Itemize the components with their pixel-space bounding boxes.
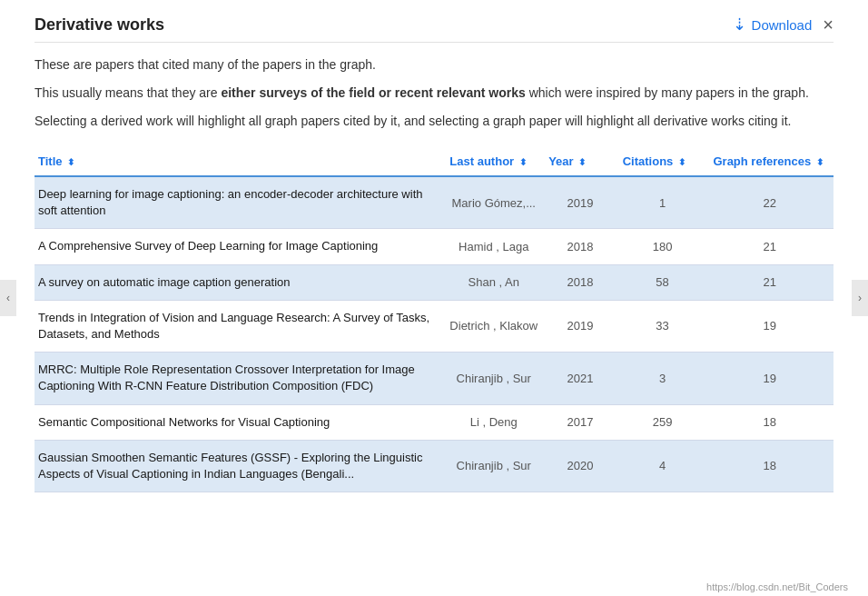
desc2-suffix: which were inspired by many papers in th… bbox=[526, 85, 809, 100]
col-header-last-author[interactable]: Last author ⬍ bbox=[446, 147, 545, 176]
cell-citations: 259 bbox=[619, 404, 710, 440]
main-panel: Derivative works ⇣ Download × These are … bbox=[16, 0, 852, 507]
cell-last-author: Chiranjib , Sur bbox=[446, 440, 545, 492]
cell-graph: 21 bbox=[709, 229, 833, 264]
cell-last-author: Dietrich , Klakow bbox=[446, 300, 545, 352]
cell-graph: 22 bbox=[709, 176, 833, 229]
papers-table: Title ⬍ Last author ⬍ Year ⬍ Citations ⬍ bbox=[35, 147, 833, 492]
desc2-bold: either surveys of the field or recent re… bbox=[221, 85, 525, 100]
watermark: https://blog.csdn.net/Bit_Coders bbox=[706, 581, 848, 592]
cell-year: 2018 bbox=[545, 264, 619, 300]
cell-year: 2019 bbox=[545, 300, 619, 352]
panel-title: Derivative works bbox=[35, 15, 164, 35]
cell-title: A Comprehensive Survey of Deep Learning … bbox=[35, 229, 446, 264]
header-row: Derivative works ⇣ Download × bbox=[35, 15, 833, 43]
cell-citations: 3 bbox=[619, 353, 710, 404]
cell-year: 2019 bbox=[545, 176, 619, 229]
description-1: These are papers that cited many of the … bbox=[35, 55, 833, 74]
cell-graph: 19 bbox=[709, 300, 833, 352]
table-row[interactable]: A survey on automatic image caption gene… bbox=[35, 264, 833, 300]
col-last-author-label: Last author bbox=[449, 154, 514, 168]
cell-last-author: Chiranjib , Sur bbox=[446, 353, 545, 404]
cell-last-author: Li , Deng bbox=[446, 404, 545, 440]
cell-title: Gaussian Smoothen Semantic Features (GSS… bbox=[35, 440, 446, 492]
cell-year: 2018 bbox=[545, 229, 619, 264]
cell-citations: 4 bbox=[619, 440, 710, 492]
cell-title: Deep learning for image captioning: an e… bbox=[35, 176, 446, 229]
download-icon: ⇣ bbox=[733, 15, 746, 35]
nav-arrow-right[interactable]: › bbox=[852, 280, 868, 316]
cell-citations: 1 bbox=[619, 176, 710, 229]
col-header-title[interactable]: Title ⬍ bbox=[35, 147, 446, 176]
table-row[interactable]: MRRC: Multiple Role Representation Cross… bbox=[35, 353, 833, 404]
description-3: Selecting a derived work will highlight … bbox=[35, 112, 833, 131]
col-last-author-sort: ⬍ bbox=[519, 157, 527, 167]
col-graph-sort: ⬍ bbox=[816, 157, 824, 167]
col-citations-sort: ⬍ bbox=[678, 157, 686, 167]
table-row[interactable]: A Comprehensive Survey of Deep Learning … bbox=[35, 229, 833, 264]
cell-last-author: Shan , An bbox=[446, 264, 545, 300]
cell-citations: 58 bbox=[619, 264, 710, 300]
col-header-citations[interactable]: Citations ⬍ bbox=[619, 147, 710, 176]
col-title-label: Title bbox=[38, 154, 63, 168]
col-year-sort: ⬍ bbox=[578, 157, 586, 167]
cell-graph: 18 bbox=[709, 404, 833, 440]
cell-citations: 33 bbox=[619, 300, 710, 352]
cell-year: 2020 bbox=[545, 440, 619, 492]
col-year-label: Year bbox=[548, 154, 573, 168]
cell-graph: 18 bbox=[709, 440, 833, 492]
cell-last-author: Hamid , Laga bbox=[446, 229, 545, 264]
cell-citations: 180 bbox=[619, 229, 710, 264]
col-header-year[interactable]: Year ⬍ bbox=[545, 147, 619, 176]
description-2: This usually means that they are either … bbox=[35, 84, 833, 103]
cell-last-author: Mario Gómez,... bbox=[446, 176, 545, 229]
cell-title: A survey on automatic image caption gene… bbox=[35, 264, 446, 300]
cell-title: MRRC: Multiple Role Representation Cross… bbox=[35, 353, 446, 404]
cell-graph: 19 bbox=[709, 353, 833, 404]
download-button[interactable]: ⇣ Download bbox=[733, 15, 813, 35]
col-title-sort: ⬍ bbox=[67, 157, 74, 167]
table-row[interactable]: Deep learning for image captioning: an e… bbox=[35, 176, 833, 229]
close-button[interactable]: × bbox=[823, 15, 833, 34]
cell-title: Trends in Integration of Vision and Lang… bbox=[35, 300, 446, 352]
cell-year: 2017 bbox=[545, 404, 619, 440]
table-body: Deep learning for image captioning: an e… bbox=[35, 176, 833, 492]
col-header-graph[interactable]: Graph references ⬍ bbox=[709, 147, 833, 176]
table-header-row: Title ⬍ Last author ⬍ Year ⬍ Citations ⬍ bbox=[35, 147, 833, 176]
cell-graph: 21 bbox=[709, 264, 833, 300]
table-row[interactable]: Trends in Integration of Vision and Lang… bbox=[35, 300, 833, 352]
cell-title: Semantic Compositional Networks for Visu… bbox=[35, 404, 446, 440]
col-graph-label: Graph references bbox=[713, 154, 811, 168]
header-actions: ⇣ Download × bbox=[733, 15, 833, 35]
table-row[interactable]: Gaussian Smoothen Semantic Features (GSS… bbox=[35, 440, 833, 492]
nav-arrow-left[interactable]: ‹ bbox=[0, 280, 16, 316]
table-section: Title ⬍ Last author ⬍ Year ⬍ Citations ⬍ bbox=[35, 147, 833, 492]
download-label: Download bbox=[752, 17, 813, 33]
col-citations-label: Citations bbox=[623, 154, 674, 168]
cell-year: 2021 bbox=[545, 353, 619, 404]
desc2-prefix: This usually means that they are bbox=[35, 85, 221, 100]
table-row[interactable]: Semantic Compositional Networks for Visu… bbox=[35, 404, 833, 440]
